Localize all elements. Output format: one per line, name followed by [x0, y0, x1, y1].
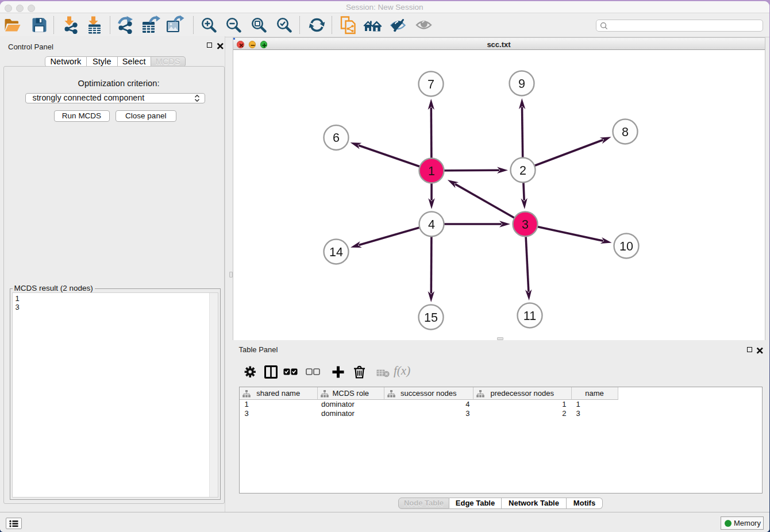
- svg-text:2: 2: [519, 164, 526, 178]
- svg-text:15: 15: [424, 311, 438, 325]
- svg-text:4: 4: [428, 218, 435, 232]
- svg-text:6: 6: [333, 131, 340, 145]
- svg-text:3: 3: [522, 218, 529, 232]
- svg-text:14: 14: [329, 245, 343, 259]
- svg-text:11: 11: [523, 309, 536, 323]
- svg-text:1: 1: [428, 164, 435, 178]
- svg-text:7: 7: [428, 78, 434, 91]
- svg-text:10: 10: [619, 240, 633, 253]
- svg-text:9: 9: [518, 77, 525, 91]
- svg-text:8: 8: [622, 125, 629, 139]
